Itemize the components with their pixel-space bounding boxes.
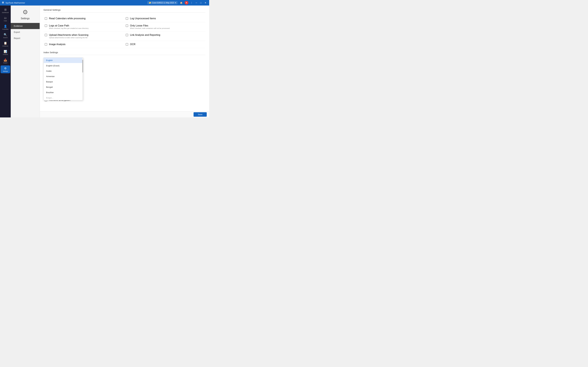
checkbox-log-unprocessed[interactable] xyxy=(126,17,128,20)
save-button[interactable]: Save xyxy=(194,112,207,117)
sidebar-item-evidence[interactable]: 📋 Evidence xyxy=(1,40,10,48)
avatar[interactable]: A xyxy=(185,1,188,5)
evidence-icon: 📋 xyxy=(4,42,7,45)
dropdown-option-armenian[interactable]: Armenian xyxy=(44,74,83,79)
label-upload-attachments: Upload Attachments when Scanning xyxy=(49,34,88,36)
dropdown-option-english-exact[interactable]: English (Exact) xyxy=(44,63,83,68)
settings-nav-report[interactable]: Report xyxy=(11,35,40,41)
checkbox-image-analysis[interactable] xyxy=(45,43,47,46)
index-settings-title: Index Settings xyxy=(43,51,206,55)
dropdown-option-arabic[interactable]: Arabic xyxy=(44,68,83,74)
case-dropdown-icon: ▾ xyxy=(175,2,176,4)
setting-logs-case-path: Logs at Case Path When checked, log file… xyxy=(43,22,124,32)
label-link-analysis: Link Analysis and Reporting xyxy=(130,34,160,36)
setting-ocr: OCR xyxy=(124,41,206,48)
dropdown-option-english[interactable]: English xyxy=(44,58,83,63)
checkbox-only-loose-files[interactable] xyxy=(126,25,128,27)
maximize-button[interactable]: □ xyxy=(199,1,202,5)
settings-panel-title: Settings xyxy=(21,17,30,20)
export-icon: 📤 xyxy=(4,58,7,62)
sidebar-item-dashboard[interactable]: ⊞ Dashboard xyxy=(1,7,10,15)
more-button[interactable]: ⋮ xyxy=(190,1,194,5)
settings-icon: ⚙ xyxy=(4,67,7,70)
settings-nav-export[interactable]: Export xyxy=(11,29,40,35)
label-image-analysis: Image Analysis xyxy=(49,43,66,46)
minimize-button[interactable]: ─ xyxy=(195,1,198,5)
setting-link-analysis: Link Analysis and Reporting xyxy=(124,32,206,41)
case-icon: 📁 xyxy=(149,2,151,4)
case-label: Case:528522 11 May 2023 xyxy=(152,2,174,4)
dropdown-option-basque[interactable]: Basque xyxy=(44,79,83,84)
checkbox-read-calendars[interactable] xyxy=(45,17,47,20)
sidebar-label-dashboard: Dashboard xyxy=(2,12,9,13)
sub-only-loose-files: When checked, mail containers will not b… xyxy=(130,27,170,29)
label-log-unprocessed: Log Unprocessed Items xyxy=(130,17,156,20)
sidebar-label-analysis: Analysis xyxy=(3,54,8,55)
sidebar-label-search: Search xyxy=(3,37,8,38)
checkbox-logs-case-path[interactable] xyxy=(45,25,47,27)
setting-log-unprocessed: Log Unprocessed Items xyxy=(124,15,206,22)
sidebar-item-case[interactable]: 🗂 Case xyxy=(1,15,10,23)
sidebar-item-search[interactable]: 🔍 Search xyxy=(1,32,10,40)
dropdown-option-bengali[interactable]: Bengali xyxy=(44,84,83,90)
dashboard-icon: ⊞ xyxy=(4,8,7,11)
checkbox-upload-attachments[interactable] xyxy=(45,34,47,36)
sidebar-label-custodian: Custodian xyxy=(2,28,9,30)
setting-image-analysis: Image Analysis xyxy=(43,41,124,48)
case-icon: 🗂 xyxy=(4,16,7,20)
sidebar-label-evidence: Evidence xyxy=(2,45,8,47)
main-content: General Settings Read Calendars while pr… xyxy=(40,6,209,117)
label-ocr: OCR xyxy=(130,43,136,46)
sidebar-item-custodian[interactable]: 👤 Custodian xyxy=(1,23,10,31)
settings-gear-icon: ⚙ xyxy=(23,8,28,16)
settings-sidebar: ⚙ Settings Evidence Export Report xyxy=(11,6,40,117)
label-logs-case-path: Logs at Case Path xyxy=(49,24,89,27)
sidebar-item-analysis[interactable]: 📊 Analysis xyxy=(1,49,10,56)
settings-nav: Evidence Export Report xyxy=(11,23,40,41)
title-bar: 🛠 SysTools MailXaminer 📁 Case:528522 11 … xyxy=(0,0,209,6)
analysis-icon: 📊 xyxy=(4,50,7,53)
sidebar-label-export: Export xyxy=(3,62,7,64)
sub-logs-case-path: When checked, log files get created at c… xyxy=(49,27,89,29)
index-settings-section: Index Settings English ▾ English English… xyxy=(43,51,206,104)
language-dropdown-container: English ▾ English English (Exact) Arabic… xyxy=(43,58,206,62)
sidebar-label-case: Case xyxy=(4,20,7,22)
dropdown-option-bulgarian[interactable]: Bulgar... xyxy=(44,95,83,100)
home-button[interactable]: 🏠 xyxy=(179,1,183,5)
checkbox-ocr[interactable] xyxy=(126,43,128,46)
search-icon: 🔍 xyxy=(4,33,7,36)
label-read-calendars: Read Calendars while processing xyxy=(49,17,86,20)
sidebar-label-settings: Settings xyxy=(3,70,8,72)
checkbox-link-analysis[interactable] xyxy=(126,34,128,36)
sidebar: ⊞ Dashboard 🗂 Case 👤 Custodian 🔍 Search … xyxy=(0,6,11,117)
general-settings-grid: Read Calendars while processing Log Unpr… xyxy=(43,15,206,48)
case-info[interactable]: 📁 Case:528522 11 May 2023 ▾ xyxy=(147,1,177,4)
general-settings-title: General Settings xyxy=(43,8,206,13)
dropdown-option-brazilian[interactable]: Brazilian xyxy=(44,90,83,95)
sub-upload-attachments: Upload attachments to index when scannin… xyxy=(49,37,88,39)
label-only-loose-files: Only Loose Files xyxy=(130,24,170,27)
close-button[interactable]: ✕ xyxy=(204,1,207,5)
setting-read-calendars: Read Calendars while processing xyxy=(43,15,124,22)
app-title: SysTools MailXaminer xyxy=(6,2,25,4)
sidebar-item-export[interactable]: 📤 Export xyxy=(1,57,10,65)
settings-nav-evidence[interactable]: Evidence xyxy=(11,23,40,29)
bottom-bar: Save xyxy=(40,111,209,117)
setting-only-loose-files: Only Loose Files When checked, mail cont… xyxy=(124,22,206,32)
language-dropdown-list: English English (Exact) Arabic Armenian … xyxy=(43,58,83,100)
sidebar-item-settings[interactable]: ⚙ Settings xyxy=(1,66,10,73)
custodian-icon: 👤 xyxy=(4,25,7,28)
setting-upload-attachments: Upload Attachments when Scanning Upload … xyxy=(43,32,124,41)
app-logo-icon: 🛠 xyxy=(2,1,4,4)
